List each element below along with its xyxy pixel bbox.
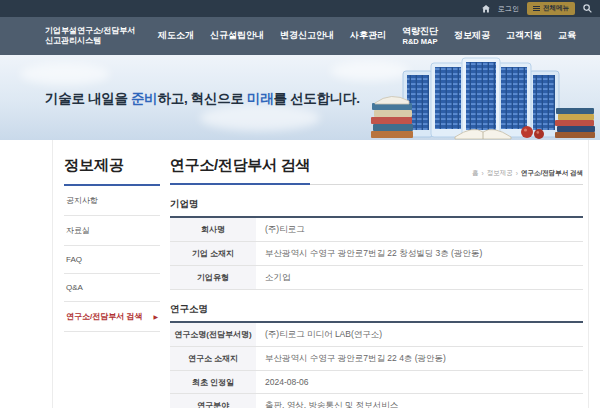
sidebar-item-archive[interactable]: 자료실▶ [64, 216, 160, 246]
nav-item-customer-support[interactable]: 고객지원 [506, 30, 542, 41]
breadcrumb-separator: › [482, 170, 484, 177]
table-row: 연구분야 출판, 영상, 방송통신 및 정보서비스 [170, 394, 583, 408]
row-label: 연구분야 [170, 394, 256, 408]
row-label: 연구소 소재지 [170, 347, 256, 371]
table-row: 기업 소재지 부산광역시 수영구 광안로7번길 22 창성빌딩 3층 (광안동) [170, 242, 583, 266]
company-info-table: 회사명 (주)티로그 기업 소재지 부산광역시 수영구 광안로7번길 22 창성… [170, 216, 583, 290]
section-title-company: 기업명 [170, 198, 583, 211]
logo-line2: 신고관리시스템 [45, 36, 101, 45]
search-icon[interactable] [583, 4, 592, 13]
main-content: 연구소/전담부서 검색 홈 › 정보제공 › 연구소/전담부서 검색 기업명 회… [170, 156, 583, 408]
nav-item-post-management[interactable]: 사후관리 [350, 30, 386, 41]
main-nav: 기업부설연구소/전담부서 신고관리시스템 제도소개 신규설립안내 변경신고안내 … [0, 17, 600, 55]
table-row: 기업유형 소기업 [170, 266, 583, 290]
server-books-illustration [369, 55, 597, 140]
breadcrumb-separator: › [516, 170, 518, 177]
table-row: 연구소명(전담부서명) (주)티로그 미디어 LAB(연구소) [170, 322, 583, 347]
home-link[interactable] [482, 5, 490, 13]
sidebar-item-faq[interactable]: FAQ▶ [64, 246, 160, 274]
row-value: 부산광역시 수영구 광안로7번길 22 4층 (광안동) [256, 347, 583, 371]
login-link[interactable]: 로그인 [498, 4, 519, 14]
nav-item-intro[interactable]: 제도소개 [158, 30, 194, 41]
row-value: 부산광역시 수영구 광안로7번길 22 창성빌딩 3층 (광안동) [256, 242, 583, 266]
sidebar-item-lab-search[interactable]: 연구소/전담부서 검색▶ [64, 302, 160, 332]
row-label: 최초 인정일 [170, 371, 256, 394]
row-value: 출판, 영상, 방송통신 및 정보서비스 [256, 394, 583, 408]
home-icon [482, 5, 490, 13]
content-wrapper: 정보제공 공지사항▶ 자료실▶ FAQ▶ Q&A▶ 연구소/전담부서 검색▶ 연… [52, 140, 589, 408]
nav-item-education[interactable]: 교육 [558, 30, 576, 41]
nav-item-change-report[interactable]: 변경신고안내 [280, 30, 334, 41]
logo-line1: 기업부설연구소/전담부서 [45, 26, 135, 35]
hero-banner: 기술로 내일을 준비하고, 혁신으로 미래를 선도합니다. [0, 55, 600, 140]
page: 로그인 전체메뉴 기업부설연구소/전담부서 신고관리시스템 제도소개 신규설립안… [0, 0, 600, 408]
row-value: 2024-08-06 [256, 371, 583, 394]
table-row: 연구소 소재지 부산광역시 수영구 광안로7번길 22 4층 (광안동) [170, 347, 583, 371]
all-menu-button[interactable]: 전체메뉴 [527, 2, 575, 15]
hamburger-icon [533, 5, 540, 12]
arrow-icon: ▶ [153, 313, 158, 320]
sidebar-title: 정보제공 [64, 156, 160, 186]
sidebar: 정보제공 공지사항▶ 자료실▶ FAQ▶ Q&A▶ 연구소/전담부서 검색▶ [64, 156, 160, 408]
table-row: 최초 인정일 2024-08-06 [170, 371, 583, 394]
nav-item-rnd-map[interactable]: 역량진단R&D MAP [402, 26, 438, 47]
table-row: 회사명 (주)티로그 [170, 217, 583, 242]
all-menu-label: 전체메뉴 [543, 4, 569, 13]
row-label: 연구소명(전담부서명) [170, 322, 256, 347]
nav-item-information[interactable]: 정보제공 [454, 30, 490, 41]
row-value: (주)티로그 미디어 LAB(연구소) [256, 322, 583, 347]
nav-menu: 제도소개 신규설립안내 변경신고안내 사후관리 역량진단R&D MAP 정보제공… [150, 26, 586, 47]
top-utility-bar: 로그인 전체메뉴 [0, 0, 600, 17]
sidebar-item-notice[interactable]: 공지사항▶ [64, 186, 160, 216]
sidebar-item-qna[interactable]: Q&A▶ [64, 274, 160, 302]
site-logo[interactable]: 기업부설연구소/전담부서 신고관리시스템 [45, 26, 150, 47]
lab-info-table: 연구소명(전담부서명) (주)티로그 미디어 LAB(연구소) 연구소 소재지 … [170, 321, 583, 408]
breadcrumb-current: 연구소/전담부서 검색 [521, 169, 583, 178]
row-label: 회사명 [170, 217, 256, 242]
row-label: 기업 소재지 [170, 242, 256, 266]
breadcrumb: 홈 › 정보제공 › 연구소/전담부서 검색 [472, 169, 583, 184]
page-title: 연구소/전담부서 검색 [170, 156, 310, 185]
nav-item-new-setup[interactable]: 신규설립안내 [210, 30, 264, 41]
section-title-lab: 연구소명 [170, 303, 583, 316]
banner-slogan: 기술로 내일을 준비하고, 혁신으로 미래를 선도합니다. [45, 90, 360, 108]
row-value: (주)티로그 [256, 217, 583, 242]
page-header: 연구소/전담부서 검색 홈 › 정보제공 › 연구소/전담부서 검색 [170, 156, 583, 185]
row-value: 소기업 [256, 266, 583, 290]
breadcrumb-home[interactable]: 홈 [472, 169, 479, 178]
row-label: 기업유형 [170, 266, 256, 290]
breadcrumb-information[interactable]: 정보제공 [487, 169, 513, 178]
